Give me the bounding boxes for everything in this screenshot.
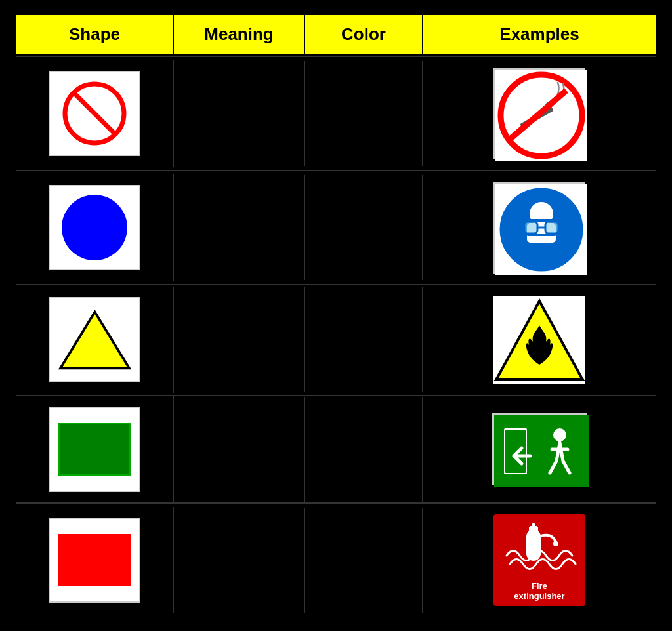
fire-shape-box [49, 518, 140, 603]
warning-triangle-icon [57, 307, 133, 373]
color-cell-warning [305, 287, 423, 392]
color-cell-prohibition [305, 61, 423, 166]
warning-shape-box [49, 297, 140, 382]
svg-marker-15 [60, 312, 129, 369]
safety-signs-table: Shape Meaning Color Examples [14, 13, 658, 619]
shape-cell-warning [16, 287, 174, 393]
shape-cell-prohibition [16, 60, 174, 167]
fire-extinguisher-sign: Fire extinguisher [494, 514, 585, 606]
meaning-cell-warning [174, 287, 305, 392]
header-examples: Examples [423, 15, 656, 54]
color-cell-mandatory [305, 175, 423, 280]
color-cell-safe [305, 397, 423, 502]
header-color: Color [305, 15, 423, 54]
table-row [16, 284, 656, 395]
example-cell-fire: Fire extinguisher [423, 504, 656, 617]
shape-cell-safe [16, 396, 174, 502]
no-smoking-sign [494, 68, 585, 159]
table-row [16, 170, 656, 284]
svg-rect-20 [505, 430, 526, 473]
table-row [16, 395, 656, 502]
prohibition-circle-icon [62, 81, 127, 146]
flammable-sign [494, 296, 585, 384]
eye-protection-sign [494, 182, 585, 274]
example-cell-prohibition [423, 57, 656, 170]
shape-cell-mandatory [16, 174, 174, 281]
safe-shape-box [49, 407, 140, 492]
meaning-cell-safe [174, 397, 305, 502]
header-meaning: Meaning [174, 15, 305, 54]
table-header: Shape Meaning Color Examples [16, 15, 656, 56]
safe-rectangle-icon [58, 423, 131, 476]
table-row [16, 56, 656, 170]
svg-rect-24 [532, 523, 535, 528]
prohibition-shape-box [49, 71, 140, 156]
svg-point-25 [553, 541, 558, 546]
mandatory-circle-icon [62, 195, 127, 260]
example-cell-warning [423, 285, 656, 395]
fire-rectangle-icon [58, 534, 131, 586]
example-cell-mandatory [423, 171, 656, 284]
fire-exit-sign [492, 413, 587, 485]
example-cell-safe [423, 397, 656, 502]
header-shape: Shape [16, 15, 174, 54]
shape-cell-fire [16, 507, 174, 613]
mandatory-shape-box [49, 185, 140, 270]
color-cell-fire [305, 508, 423, 613]
svg-rect-12 [524, 222, 537, 234]
svg-rect-13 [545, 222, 558, 234]
meaning-cell-prohibition [174, 61, 305, 166]
meaning-cell-fire [174, 508, 305, 613]
meaning-cell-mandatory [174, 175, 305, 280]
table-row: Fire extinguisher [16, 502, 656, 617]
fire-extinguisher-label: Fire extinguisher [514, 581, 564, 601]
svg-point-21 [553, 428, 566, 441]
